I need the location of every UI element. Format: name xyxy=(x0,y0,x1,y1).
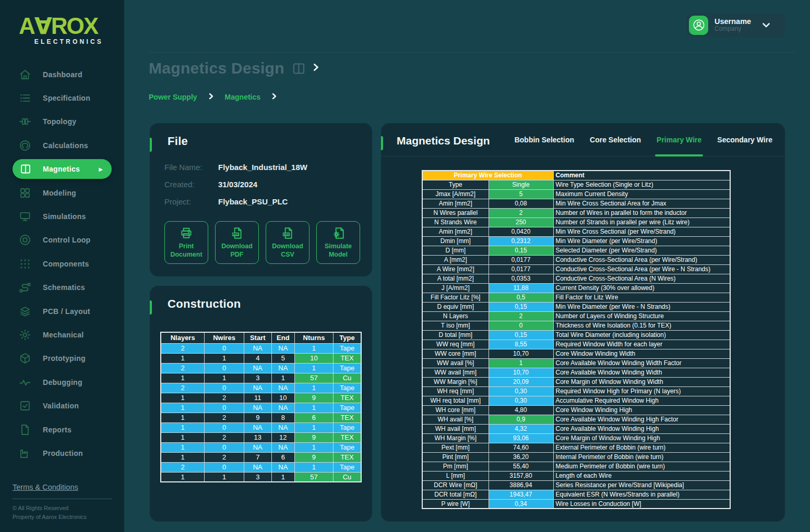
sidebar-item-label: Simulations xyxy=(43,212,86,221)
value-cell: 0,0353 xyxy=(489,274,553,283)
primary-wire-row: A Wire [mm2]0,0177Conductive Cross-Secti… xyxy=(422,264,730,274)
construction-row: 20NANA1Tape xyxy=(161,343,361,353)
comment-cell: Core Window Winding Width xyxy=(553,349,730,358)
value-cell: 55,40 xyxy=(489,462,553,471)
construction-cell: 2 xyxy=(161,462,205,472)
sidebar-item-simulations[interactable]: Simulations xyxy=(0,204,124,228)
user-menu[interactable]: Username Company xyxy=(686,13,785,37)
sidebar-item-magnetics[interactable]: Magnetics▶ xyxy=(13,159,112,179)
sidebar-item-specification[interactable]: Specification xyxy=(0,86,124,110)
parameter-cell: A total [mm2] xyxy=(422,274,489,283)
terms-and-conditions-link[interactable]: Terms & Conditions xyxy=(13,483,112,491)
print-document-button[interactable]: PrintDocument xyxy=(164,221,208,264)
sidebar-footer: Terms & Conditions © All Rights Reserved… xyxy=(13,483,112,522)
construction-row: 113157Cu xyxy=(161,472,361,482)
chevron-down-icon xyxy=(763,20,770,30)
construction-cell: 1 xyxy=(294,442,333,452)
construction-cell: TEX xyxy=(333,393,361,403)
construction-cell: 57 xyxy=(294,373,333,383)
construction-cell: 1 xyxy=(161,413,205,422)
construction-cell: Tape xyxy=(333,383,361,393)
comment-cell: Core Margin of Window Winding High xyxy=(553,433,730,443)
construction-cell: Cu xyxy=(333,472,361,482)
value-cell: 0,5 xyxy=(489,293,553,302)
construction-col-header: Nwires xyxy=(205,332,244,343)
breadcrumb-link-magnetics[interactable]: Magnetics xyxy=(225,93,260,101)
value-cell: 0,30 xyxy=(489,386,553,396)
construction-cell: 11 xyxy=(244,393,271,403)
construction-col-header: End xyxy=(271,332,294,343)
download-csv-button[interactable]: CSVDownloadCSV xyxy=(266,221,309,264)
sidebar-item-modeling[interactable]: Modeling xyxy=(0,181,124,204)
primary-wire-row: WH core [mm]4,80Core Window Winding High xyxy=(422,405,730,415)
comment-cell: Conductive Cross-Sectional Area (per Wir… xyxy=(553,264,730,274)
download-pdf-button[interactable]: PDFDownloadPDF xyxy=(215,221,259,264)
construction-cell: 12 xyxy=(271,432,294,442)
sidebar-item-production[interactable]: Production xyxy=(0,441,124,465)
comment-cell: Core Available Window Winding Width xyxy=(553,368,730,377)
parameter-cell: L [mm] xyxy=(422,471,489,480)
tab-core-selection[interactable]: Core Selection xyxy=(590,123,641,156)
sidebar-item-label: Control Loop xyxy=(43,236,90,244)
accent-bar xyxy=(150,300,152,315)
comment-cell: Maximum Current Density xyxy=(553,189,730,199)
copyright-line-1: © All Rights Reserved xyxy=(13,504,112,513)
comment-cell: Required Window High for Primary (N laye… xyxy=(553,386,730,396)
sidebar-item-debugging[interactable]: Debugging xyxy=(0,370,124,394)
sidebar-item-components[interactable]: Components xyxy=(0,252,124,275)
sidebar-item-schematics[interactable]: Schematics xyxy=(0,276,124,299)
construction-cell: TEX xyxy=(333,432,361,442)
copyright-text: © All Rights Reserved Property of Aarox … xyxy=(13,504,112,522)
primary-wire-row: D total [mm]0,15Total Wire Diameter (inc… xyxy=(422,330,730,340)
sidebar-item-topology[interactable]: Topology xyxy=(0,110,124,134)
value-cell: 0,0420 xyxy=(489,227,553,236)
construction-row: 10NANA1Tape xyxy=(161,403,361,413)
primary-wire-row: WH req total [mm]0,30Accumulative Requir… xyxy=(422,396,730,405)
sidebar-item-validation[interactable]: Validation xyxy=(0,394,124,417)
sidebar-item-pcb-layout[interactable]: PCB / Layout xyxy=(0,299,124,323)
construction-cell: NA xyxy=(244,383,271,393)
construction-cell: NA xyxy=(244,363,271,373)
comment-cell: Internal Perimeter of Bobbin (wire turn) xyxy=(553,452,730,462)
svg-text:PDF: PDF xyxy=(233,233,239,236)
construction-cell: Tape xyxy=(333,343,361,353)
file-field-row: Project:Flyback_PSU_PLC xyxy=(164,196,358,207)
sidebar-item-label: Topology xyxy=(43,117,76,126)
tab-primary-wire[interactable]: Primary Wire xyxy=(657,123,701,156)
comment-cell: Core Available Window Winding Width Fact… xyxy=(553,358,730,368)
sidebar-item-label: Prototyping xyxy=(43,354,86,362)
construction-cell: 1 xyxy=(294,462,333,472)
primary-wire-row: WW core [mm]10,70Core Window Winding Wid… xyxy=(422,349,730,358)
comment-cell: Wire Type Selection (Single or Litz) xyxy=(553,180,730,189)
primary-wire-row: T iso [mm]0Thickness of Wire Isolation (… xyxy=(422,321,730,330)
magnetics-design-panel: Magnetics Design Bobbin SelectionCore Se… xyxy=(381,123,785,522)
sidebar-item-calculations[interactable]: Calculations xyxy=(0,134,124,157)
construction-cell: 2 xyxy=(161,343,205,353)
sidebar-item-reports[interactable]: Reports xyxy=(0,418,124,441)
sidebar-item-dashboard[interactable]: Dashboard xyxy=(0,63,124,86)
primary-wire-row: A total [mm2]0,0353Conductive Cross-Sect… xyxy=(422,274,730,283)
construction-cell: 0 xyxy=(205,363,244,373)
tab-bobbin-selection[interactable]: Bobbin Selection xyxy=(515,123,574,156)
tab-secondary-wire[interactable]: Secondary Wire xyxy=(717,123,772,156)
primary-wire-table: Primary Wire Selection Comment TypeSingl… xyxy=(422,170,731,509)
chevron-right-icon[interactable] xyxy=(313,63,319,74)
comment-cell: Current Density (30% over allowed) xyxy=(553,283,730,293)
parameter-cell: WW Margin [%] xyxy=(422,377,489,386)
parameter-cell: D equiv [mm] xyxy=(422,302,489,311)
sidebar-item-mechanical[interactable]: Mechanical xyxy=(0,323,124,346)
schematic-icon xyxy=(19,281,31,294)
file-csv-icon: CSV xyxy=(281,226,294,240)
construction-cell: 1 xyxy=(161,422,205,432)
primary-wire-row: Jmax [A/mm2]5Maximum Current Density xyxy=(422,189,730,199)
value-cell: 1943,47 xyxy=(489,490,553,499)
sidebar-item-prototyping[interactable]: Prototyping xyxy=(0,347,124,370)
sidebar-item-control-loop[interactable]: Control Loop xyxy=(0,228,124,252)
construction-row: 12769TEX xyxy=(161,452,361,462)
parameter-cell: D total [mm] xyxy=(422,330,489,340)
simulate-model-button[interactable]: SimulateModel xyxy=(316,221,360,264)
file-field-label: Created: xyxy=(164,180,218,189)
value-cell: 4,32 xyxy=(489,424,553,433)
breadcrumb-link-power-supply[interactable]: Power Supply xyxy=(149,93,197,101)
construction-cell: Cu xyxy=(333,373,361,383)
